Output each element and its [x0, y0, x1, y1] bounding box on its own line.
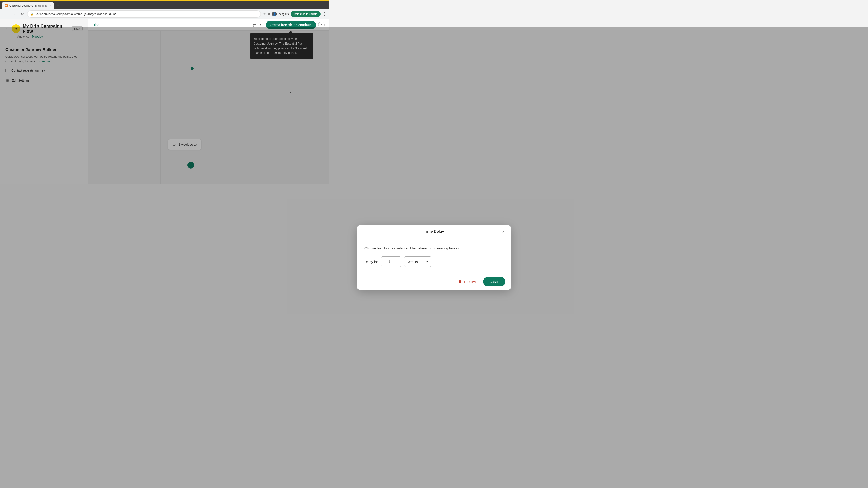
incognito-label: Incognito	[278, 12, 289, 15]
tab-close-icon[interactable]: ×	[49, 4, 51, 7]
lock-icon: 🔒	[30, 12, 33, 15]
tab-title: Customer Journeys | Mailchimp	[9, 4, 48, 7]
relaunch-button[interactable]: Relaunch to update	[291, 11, 320, 17]
active-tab[interactable]: M Customer Journeys | Mailchimp ×	[2, 2, 54, 9]
forward-button[interactable]: →	[11, 11, 17, 17]
bookmark-icon[interactable]: ☆	[263, 12, 266, 16]
toolbar-arrows-icon[interactable]: ⇄	[252, 22, 256, 28]
tab-bar: M Customer Journeys | Mailchimp × +	[0, 1, 329, 9]
modal-overlay: Time Delay × Choose how long a contact w…	[0, 27, 329, 184]
toolbar-review-label: R...	[258, 23, 264, 27]
browser-nav: ← → ↻ 🔒 us21.admin.mailchimp.com/custome…	[0, 9, 329, 19]
incognito-badge: 👤 Incognito	[272, 11, 289, 17]
new-tab-button[interactable]: +	[55, 3, 61, 9]
back-button[interactable]: ←	[3, 11, 9, 17]
favicon: M	[4, 4, 8, 7]
menu-icon[interactable]: ⋮	[322, 11, 327, 17]
hide-button[interactable]: Hide	[93, 23, 99, 27]
url-text: us21.admin.mailchimp.com/customer-journe…	[35, 12, 258, 15]
address-bar[interactable]: 🔒 us21.admin.mailchimp.com/customer-jour…	[27, 10, 261, 18]
extensions-icon[interactable]: ⧉	[268, 12, 270, 16]
reload-button[interactable]: ↻	[19, 11, 25, 17]
